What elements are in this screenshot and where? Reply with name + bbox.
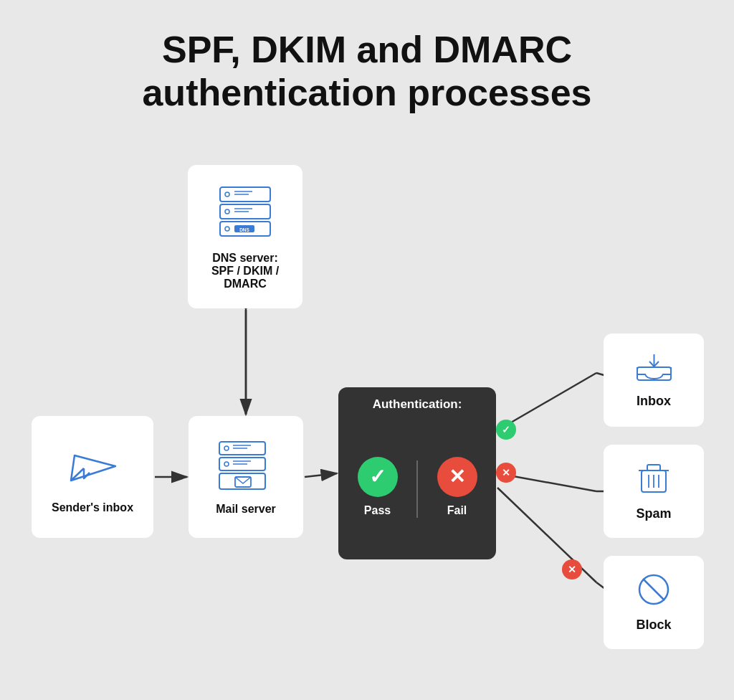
svg-line-45 <box>643 579 664 600</box>
block-label: Block <box>636 618 671 633</box>
block-icon <box>636 572 672 610</box>
svg-point-27 <box>224 446 229 450</box>
check-icon: ✓ <box>369 467 386 487</box>
svg-point-17 <box>225 209 229 214</box>
svg-rect-40 <box>647 465 660 470</box>
diagram-area: DNS DNS server:SPF / DKIM /DMARC Sender'… <box>16 143 718 631</box>
dns-server-label: DNS server:SPF / DKIM /DMARC <box>211 252 279 290</box>
pass-check-circle: ✓ <box>358 457 398 497</box>
inbox-box: Inbox <box>604 334 704 427</box>
svg-point-13 <box>225 192 229 197</box>
pass-label: Pass <box>364 504 391 517</box>
dns-server-box: DNS DNS server:SPF / DKIM /DMARC <box>188 165 302 308</box>
sender-icon <box>64 441 121 494</box>
auth-pass-col: ✓ Pass <box>338 450 416 529</box>
page-title: SPF, DKIM and DMARC authentication proce… <box>142 29 591 115</box>
title-section: SPF, DKIM and DMARC authentication proce… <box>142 29 591 115</box>
dns-icon: DNS <box>213 184 277 245</box>
auth-box: Authentication: ✓ Pass ✕ Fail <box>338 387 496 559</box>
sender-inbox-box: Sender's inbox <box>32 416 153 538</box>
spam-label: Spam <box>636 506 671 521</box>
inbox-icon <box>634 351 674 387</box>
spam-box: Spam <box>604 445 704 538</box>
inbox-label: Inbox <box>637 394 671 409</box>
auth-fail-col: ✕ Fail <box>418 450 496 529</box>
spam-icon <box>636 460 672 499</box>
fail-block-indicator: ✕ <box>562 559 582 580</box>
auth-body: ✓ Pass ✕ Fail <box>338 419 496 559</box>
block-box: Block <box>604 556 704 649</box>
mail-server-label: Mail server <box>216 503 276 516</box>
mail-server-icon <box>214 439 278 496</box>
pass-branch-indicator: ✓ <box>496 420 516 440</box>
sender-label: Sender's inbox <box>52 501 133 514</box>
small-x-icon-2: ✕ <box>568 564 576 575</box>
svg-marker-24 <box>71 455 115 481</box>
small-x-icon-1: ✕ <box>502 467 510 478</box>
mail-server-box: Mail server <box>189 416 303 538</box>
x-icon: ✕ <box>449 467 465 487</box>
auth-header: Authentication: <box>366 387 470 419</box>
small-check-icon: ✓ <box>502 424 510 435</box>
fail-spam-indicator: ✕ <box>496 463 516 483</box>
fail-x-circle: ✕ <box>437 457 477 497</box>
svg-line-5 <box>305 473 337 477</box>
svg-point-21 <box>225 227 229 231</box>
svg-text:DNS: DNS <box>239 227 249 232</box>
fail-label: Fail <box>447 504 467 517</box>
svg-point-31 <box>224 462 229 466</box>
